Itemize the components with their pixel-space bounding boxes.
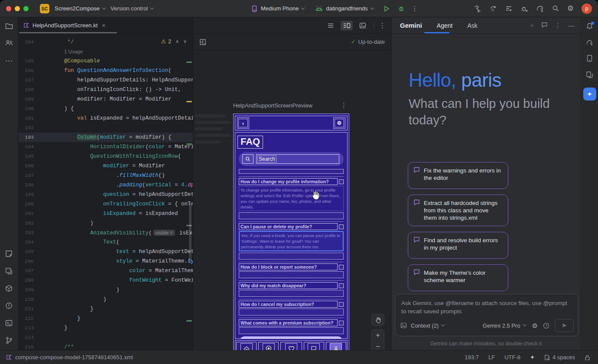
project-selector[interactable]: Screen2Compose <box>55 5 105 12</box>
code-line-213[interactable]: 213} <box>18 323 193 333</box>
preview-canvas[interactable]: HelpAndSupportScreenPreview ⋮ ‹ ⚙ FAQ Se… <box>193 50 391 349</box>
code-line-208[interactable]: 208 fontWeight = FontWeigh <box>18 276 193 285</box>
gemini-options-kebab-icon[interactable]: ⋮ <box>555 22 561 29</box>
code-line-207[interactable]: 207 color = MaterialTheme. <box>18 266 193 276</box>
hide-panel-icon[interactable]: — <box>568 22 575 29</box>
code-line-199[interactable]: 199 question = helpAndSupportDetai <box>18 190 193 199</box>
split-view-button[interactable] <box>341 21 353 30</box>
code-line-197[interactable]: 197 .fillMaxWidth() <box>18 171 193 180</box>
code-line-190[interactable]: 190) { <box>18 104 193 114</box>
settings-gear-icon[interactable]: ⚙ <box>567 5 574 12</box>
code-line-201[interactable]: 201 isExpanded = isExpanded <box>18 209 193 218</box>
prompt-history-clock-icon[interactable] <box>543 322 549 329</box>
design-view-button[interactable] <box>357 21 368 30</box>
code-line-196[interactable]: 196 modifier = Modifier <box>18 161 193 171</box>
code-line-191[interactable]: 191 val isExpanded = helpAndSupportDetai… <box>18 114 193 123</box>
run-button[interactable] <box>383 5 390 12</box>
wire-search-bar[interactable]: Search <box>239 152 344 166</box>
context-dropdown[interactable]: Context (2) <box>411 322 444 329</box>
caret-position[interactable]: 193:7 <box>465 354 479 361</box>
zoom-window-button[interactable] <box>23 6 29 11</box>
prev-problem-icon[interactable]: ∧ <box>176 39 179 44</box>
build-tool-icon[interactable] <box>5 285 13 292</box>
faq-screen-preview[interactable]: ‹ ⚙ FAQ Search How do I change my profil… <box>233 114 349 364</box>
gemini-tool-icon[interactable]: ✦ <box>583 88 596 101</box>
code-line-187[interactable]: 187 helpAndSupportDetails: HelpAndSuppor… <box>18 75 193 85</box>
gemini-suggestion-card[interactable]: Make my Theme's color scheme warmer <box>408 264 508 291</box>
tab-agent[interactable]: Agent <box>437 22 453 29</box>
code-line-189[interactable]: 189 modifier: Modifier = Modifier <box>18 94 193 104</box>
code-line-186[interactable]: 186fun QuestionAndAnswerInfoSection( <box>18 66 193 75</box>
tab-ask[interactable]: Ask <box>467 22 477 29</box>
device-selector[interactable]: Medium Phone <box>251 5 304 12</box>
code-line-200[interactable]: 200 onTrailingIconClick = { onTrai <box>18 199 193 209</box>
code-line-204[interactable]: 204 Text( <box>18 237 193 247</box>
gemini-suggestion-card[interactable]: Fix the warnings and errors in the edito… <box>408 162 508 189</box>
run-configuration-selector[interactable]: datingandfriends <box>315 5 373 12</box>
code-view-button[interactable] <box>325 21 336 30</box>
wire-faq-answer[interactable]: To change your profile information, go t… <box>239 186 344 211</box>
gemini-suggestion-card[interactable]: Extract all hardcoded strings from this … <box>408 195 508 226</box>
zoom-in-button[interactable]: + <box>372 330 384 341</box>
code-line-192[interactable]: 192 <box>18 123 193 133</box>
gradle-icon[interactable] <box>586 39 594 46</box>
code-line-188[interactable]: 188 onTrailingIconClick: () -> Unit, <box>18 85 193 94</box>
chat-history-icon[interactable] <box>541 22 548 29</box>
preview-layout-grid-icon[interactable] <box>199 39 206 46</box>
code-line-205[interactable]: 205 text = helpAndSupportDetai <box>18 247 193 257</box>
wire-faq-question-row[interactable]: How do I change my profile information? <box>239 178 344 185</box>
next-problem-icon[interactable]: ∨ <box>183 39 187 44</box>
pan-tool[interactable] <box>371 314 384 326</box>
preview-item-kebab-icon[interactable]: ⋮ <box>341 101 347 109</box>
close-window-button[interactable] <box>6 6 11 11</box>
code-line-185[interactable]: 185@Composable <box>18 56 193 66</box>
wire-expand-icon[interactable] <box>339 265 344 270</box>
code-line-195[interactable]: 195 QuestionWithTrailingIconRow( <box>18 152 193 161</box>
file-encoding[interactable]: UTF-8 <box>504 354 520 361</box>
wire-faq-question-row[interactable]: How do I block or report someone? <box>239 263 344 270</box>
editor-tab[interactable]: HelpAndSupportScreen.kt × <box>18 17 110 34</box>
search-everywhere-icon[interactable] <box>552 5 559 12</box>
wire-expand-icon[interactable] <box>339 321 344 325</box>
user-avatar[interactable]: p <box>582 3 592 14</box>
editor-scrollbar[interactable] <box>189 203 192 263</box>
profiler-icon[interactable] <box>520 5 528 13</box>
wire-expand-icon[interactable] <box>339 224 344 229</box>
wire-expand-icon[interactable] <box>339 179 344 184</box>
wire-faq-question-row[interactable]: What comes with a premium subscription? <box>239 319 344 326</box>
code-line-214[interactable]: 214 <box>18 333 193 342</box>
code-line-215[interactable]: 215/** <box>18 342 193 350</box>
preview-title[interactable]: HelpAndSupportScreenPreview <box>233 102 312 109</box>
resource-manager-icon[interactable] <box>5 250 13 257</box>
model-selector[interactable]: Gemini 2.5 Pro <box>483 322 526 329</box>
running-devices-icon[interactable] <box>586 71 593 78</box>
device-manager-icon[interactable] <box>586 55 593 62</box>
usage-inlay-row[interactable]: 1 Usage <box>18 47 193 56</box>
vcs-widget[interactable]: Version control <box>110 5 153 12</box>
debug-button[interactable] <box>398 5 405 12</box>
wire-back-button[interactable]: ‹ <box>237 117 249 129</box>
wire-faq-question-row[interactable]: Why did my match disappear? <box>239 282 344 289</box>
prompt-settings-gear-icon[interactable]: ⚙ <box>532 322 538 329</box>
gemini-spark-icon[interactable]: ✦ <box>530 354 535 361</box>
wire-faq-answer[interactable]: Yes. If you need a break, you can pause … <box>239 231 344 251</box>
wire-contact-us-button[interactable]: Contact Us <box>240 336 343 339</box>
build-project-icon[interactable] <box>474 5 481 13</box>
layers-logcat-icon[interactable] <box>5 267 13 275</box>
code-line-203[interactable]: 203 AnimatedVisibility(visible = isExpan <box>18 228 193 237</box>
close-tab-icon[interactable]: × <box>102 22 105 29</box>
more-actions-kebab-icon[interactable]: ⋮ <box>412 5 418 13</box>
todo-history-icon[interactable] <box>505 5 513 13</box>
project-folder-icon[interactable] <box>5 23 13 29</box>
lock-icon[interactable] <box>585 354 590 361</box>
code-line-206[interactable]: 206 style = MaterialTheme.typo <box>18 257 193 266</box>
attach-image-icon[interactable] <box>400 322 407 328</box>
more-tool-windows-icon[interactable]: ⋯ <box>5 56 13 65</box>
wire-settings-button[interactable]: ⚙ <box>333 117 345 129</box>
gradle-sync-icon[interactable] <box>536 5 544 12</box>
problems-icon[interactable] <box>5 302 13 309</box>
code-line-198[interactable]: 198 .padding(vertical = 4.dp), <box>18 180 193 190</box>
code-line-194[interactable]: 194 HorizontalDivider(color = Material <box>18 142 193 152</box>
gemini-suggestion-card[interactable]: Find and resolve build errors in my proj… <box>408 232 508 259</box>
notifications-bell-icon[interactable] <box>586 23 593 30</box>
